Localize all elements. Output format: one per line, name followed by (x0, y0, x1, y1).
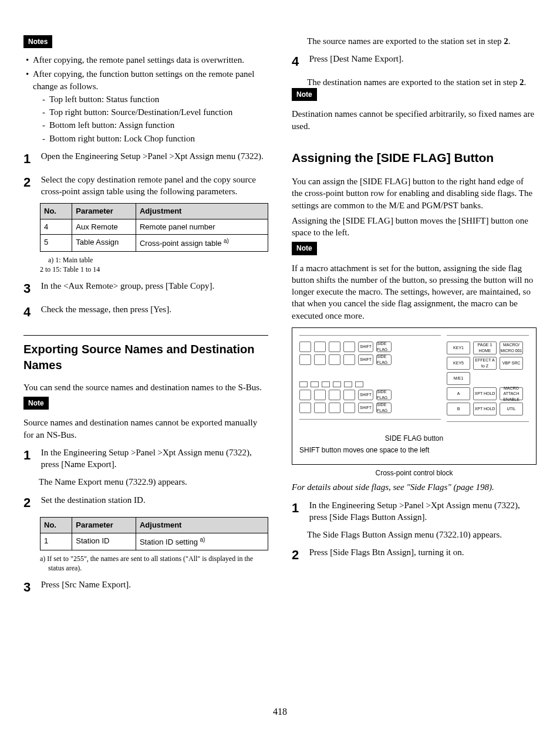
sideflag-step-1: 1 In the Engineering Setup >Panel >Xpt A… (292, 499, 537, 523)
export-step-3: 3 Press [Src Name Export]. (23, 579, 268, 596)
diagram-caption-1: SIDE FLAG button (299, 434, 529, 443)
note-badge: Note (292, 88, 317, 101)
dash-item: Top left button: Status function (41, 93, 268, 105)
td: 1 (41, 533, 72, 550)
step-text: Check the message, then press [Yes]. (41, 303, 267, 315)
note-item: After copying, the function button setti… (23, 68, 268, 144)
paragraph: You can send the source names and destin… (23, 381, 268, 393)
td: Remote panel number (136, 219, 268, 235)
diagram-right-panel: KEY1 PAGE 1 HOME MACRO/ MICRO 001 KEY5 E… (447, 335, 529, 422)
diagram-caption-2: SHIFT button moves one space to the left (299, 445, 529, 455)
vbp-src-icon: VBP SRC (500, 357, 523, 370)
step-text: In the <Aux Remote> group, press [Table … (41, 280, 267, 292)
paragraph: You can assign the [SIDE FLAG] button to… (292, 175, 537, 211)
td: 5 (41, 235, 72, 252)
note-item-text: After copying, the function button setti… (33, 69, 254, 90)
step-text: Press [Src Name Export]. (41, 579, 267, 590)
note-item: After copying, the remote panel settings… (23, 54, 268, 66)
step-text: In the Engineering Setup >Panel >Xpt Ass… (309, 499, 535, 523)
section-heading-sideflag: Assigning the [SIDE FLAG] Button (292, 150, 537, 166)
step-1: 1 Open the Engineering Setup >Panel >Xpt… (23, 150, 268, 168)
step-number: 4 (292, 53, 307, 70)
dash-item: Top right button: Source/Destination/Lev… (41, 106, 268, 118)
th-parameter: Parameter (72, 204, 136, 219)
dash-item: Bottom left button: Assign function (41, 119, 268, 131)
th-parameter: Parameter (72, 518, 136, 533)
side-flag-button-icon: SIDE FLAG (376, 354, 392, 365)
step-number: 2 (23, 174, 39, 191)
side-flag-button-icon: SIDE FLAG (376, 403, 392, 413)
b-icon: B (447, 403, 470, 415)
footnote: a) 1: Main table 2 to 15: Table 1 to 14 (40, 255, 268, 274)
step-text: Press [Side Flags Btn Assign], turning i… (309, 546, 535, 558)
td: Station ID (72, 533, 136, 550)
note-text: If a macro attachment is set for the but… (292, 262, 537, 322)
note-badge: Note (292, 242, 317, 255)
left-column: Notes After copying, the remote panel se… (23, 35, 268, 602)
td: 4 (41, 219, 72, 235)
me1-icon: M/E1 (447, 372, 470, 385)
step-text: Set the destination station ID. (41, 494, 267, 506)
reference-text: For details about side flags, see "Side … (292, 481, 537, 493)
sideflag-step-2: 2 Press [Side Flags Btn Assign], turning… (292, 546, 537, 564)
step-subtext: The destination names are exported to th… (307, 76, 537, 88)
dash-list: Top left button: Status function Top rig… (41, 93, 268, 144)
notes-badge: Notes (23, 35, 52, 48)
param-table-1: No. Parameter Adjustment 4 Aux Remote Re… (40, 203, 268, 252)
right-column: The source names are exported to the sta… (292, 35, 537, 602)
crosspoint-diagram: SHIFT SIDE FLAG SHIFT SIDE FLAG (292, 327, 537, 465)
step-number: 3 (23, 280, 39, 298)
step-2: 2 Select the copy destination remote pan… (23, 174, 268, 198)
export-step-4: 4 Press [Dest Name Export]. (292, 53, 537, 70)
diagram-left-panel: SHIFT SIDE FLAG SHIFT SIDE FLAG (299, 335, 441, 422)
shift-button-icon: SHIFT (358, 390, 373, 400)
td: Table Assign (72, 235, 136, 252)
step-number: 1 (292, 499, 307, 517)
shift-button-icon: SHIFT (358, 354, 373, 365)
side-flag-button-icon: SIDE FLAG (376, 390, 392, 400)
util-icon: UTIL (500, 403, 523, 415)
macro-attach-icon: MACRO ATTACH ENABLE (500, 387, 523, 400)
xpt-hold-icon: XPT HOLD (473, 403, 497, 415)
step-subtext: The Name Export menu (7322.9) appears. (39, 476, 268, 488)
a-icon: A (447, 387, 470, 400)
step-number: 2 (23, 494, 39, 512)
note-badge: Note (23, 397, 49, 410)
td: Aux Remote (72, 219, 136, 235)
th-no: No. (41, 204, 72, 219)
export-step-1: 1 In the Engineering Setup >Panel >Xpt A… (23, 447, 268, 471)
step-subtext: The Side Flags Button Assign menu (7322.… (307, 529, 537, 540)
step-number: 2 (292, 546, 307, 564)
step-text: Open the Engineering Setup >Panel >Xpt A… (41, 150, 267, 162)
page1-home-icon: PAGE 1 HOME (473, 342, 497, 354)
note-text: Destination names cannot be specified ar… (292, 108, 537, 132)
th-adjustment: Adjustment (136, 518, 268, 533)
notes-list: After copying, the remote panel settings… (23, 54, 268, 144)
footnote: a) If set to "255", the names are sent t… (40, 554, 268, 573)
td: Station ID setting a) (136, 533, 268, 550)
note-text: Source names and destination names canno… (23, 417, 268, 441)
xpt-hold-icon: XPT HOLD (473, 387, 497, 400)
side-flag-button-icon: SIDE FLAG (376, 342, 392, 352)
td: Cross-point assign table a) (136, 235, 268, 252)
th-adjustment: Adjustment (136, 204, 268, 219)
step-number: 1 (23, 150, 39, 168)
step-number: 4 (23, 303, 39, 321)
macro-micro-icon: MACRO/ MICRO 001 (500, 342, 523, 354)
step-3: 3 In the <Aux Remote> group, press [Tabl… (23, 280, 268, 298)
diagram-label: Cross-point control block (292, 468, 537, 478)
export-step-2: 2 Set the destination station ID. (23, 494, 268, 512)
step-number: 1 (23, 447, 39, 464)
step-text: Select the copy destination remote panel… (41, 174, 267, 198)
step-text: Press [Dest Name Export]. (309, 53, 535, 65)
section-heading-exporting: Exporting Source Names and Destination N… (23, 335, 268, 373)
step-4: 4 Check the message, then press [Yes]. (23, 303, 268, 321)
continuation-text: The source names are exported to the sta… (307, 35, 537, 47)
page-number: 418 (0, 705, 560, 718)
param-table-2: No. Parameter Adjustment 1 Station ID St… (40, 517, 268, 550)
shift-button-icon: SHIFT (358, 342, 373, 352)
shift-button-icon: SHIFT (358, 403, 373, 413)
key5-icon: KEY5 (447, 357, 470, 370)
dash-item: Bottom right button: Lock Chop function (41, 133, 268, 144)
th-no: No. (41, 518, 72, 533)
